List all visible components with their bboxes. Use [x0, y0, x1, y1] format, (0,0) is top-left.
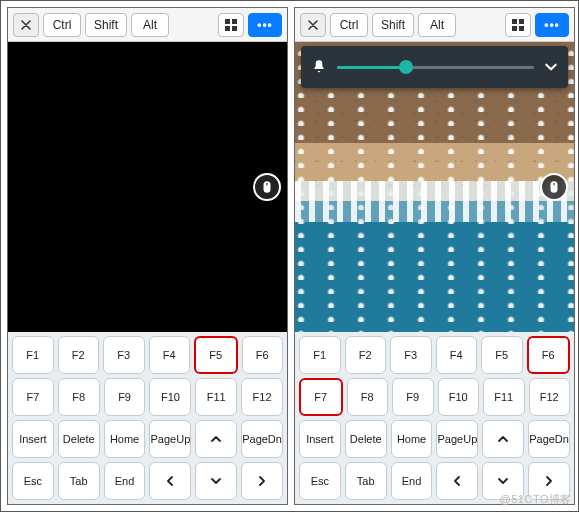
svg-rect-6 — [512, 26, 517, 31]
svg-rect-0 — [225, 19, 230, 24]
key-esc[interactable]: Esc — [299, 462, 341, 500]
svg-rect-4 — [512, 19, 517, 24]
ctrl-button[interactable]: Ctrl — [43, 13, 81, 37]
more-button[interactable]: ••• — [248, 13, 282, 37]
key-f5[interactable]: F5 — [194, 336, 238, 374]
chevron-up-icon — [210, 433, 222, 445]
windows-icon — [225, 19, 237, 31]
alt-button[interactable]: Alt — [418, 13, 456, 37]
key-up[interactable] — [195, 420, 237, 458]
windows-button[interactable] — [218, 13, 244, 37]
key-pagedn[interactable]: PageDn — [241, 420, 283, 458]
key-tab[interactable]: Tab — [345, 462, 387, 500]
svg-rect-2 — [225, 26, 230, 31]
key-f4[interactable]: F4 — [436, 336, 478, 374]
key-f6[interactable]: F6 — [242, 336, 284, 374]
mouse-mode-button[interactable] — [253, 173, 281, 201]
chevron-up-icon — [497, 433, 509, 445]
key-f5[interactable]: F5 — [481, 336, 523, 374]
key-delete[interactable]: Delete — [345, 420, 387, 458]
chevron-right-icon — [543, 475, 555, 487]
key-insert[interactable]: Insert — [12, 420, 54, 458]
windows-button[interactable] — [505, 13, 531, 37]
chevron-down-icon — [497, 475, 509, 487]
key-f7[interactable]: F7 — [12, 378, 54, 416]
key-pageup[interactable]: PageUp — [436, 420, 478, 458]
key-insert[interactable]: Insert — [299, 420, 341, 458]
key-f4[interactable]: F4 — [149, 336, 191, 374]
key-f12[interactable]: F12 — [529, 378, 571, 416]
svg-rect-3 — [232, 26, 237, 31]
key-f9[interactable]: F9 — [392, 378, 434, 416]
function-keyboard-left: F1 F2 F3 F4 F5 F6 F7 F8 F9 F10 F11 F12 I… — [8, 332, 287, 504]
chevron-left-icon — [164, 475, 176, 487]
key-right[interactable] — [528, 462, 570, 500]
key-f3[interactable]: F3 — [103, 336, 145, 374]
key-right[interactable] — [241, 462, 283, 500]
key-up[interactable] — [482, 420, 524, 458]
key-f7[interactable]: F7 — [299, 378, 343, 416]
key-home[interactable]: Home — [104, 420, 146, 458]
bell-icon — [311, 59, 327, 75]
shift-button[interactable]: Shift — [85, 13, 127, 37]
windows-icon — [512, 19, 524, 31]
pane-right: Ctrl Shift Alt ••• — [294, 7, 575, 505]
function-keyboard-right: F1 F2 F3 F4 F5 F6 F7 F8 F9 F10 F11 F12 I… — [295, 332, 574, 504]
slider-fill — [337, 66, 406, 69]
topbar-left: Ctrl Shift Alt ••• — [8, 8, 287, 42]
key-f6[interactable]: F6 — [527, 336, 571, 374]
key-down[interactable] — [482, 462, 524, 500]
mouse-icon — [547, 180, 561, 194]
shift-button[interactable]: Shift — [372, 13, 414, 37]
close-icon — [308, 20, 318, 30]
volume-panel[interactable] — [301, 46, 568, 88]
key-f8[interactable]: F8 — [347, 378, 389, 416]
key-f11[interactable]: F11 — [483, 378, 525, 416]
key-f2[interactable]: F2 — [345, 336, 387, 374]
key-delete[interactable]: Delete — [58, 420, 100, 458]
key-home[interactable]: Home — [391, 420, 433, 458]
key-pageup[interactable]: PageUp — [149, 420, 191, 458]
key-end[interactable]: End — [104, 462, 146, 500]
more-button[interactable]: ••• — [535, 13, 569, 37]
key-end[interactable]: End — [391, 462, 433, 500]
key-f1[interactable]: F1 — [12, 336, 54, 374]
key-f1[interactable]: F1 — [299, 336, 341, 374]
svg-rect-7 — [519, 26, 524, 31]
key-left[interactable] — [436, 462, 478, 500]
key-f8[interactable]: F8 — [58, 378, 100, 416]
key-f10[interactable]: F10 — [149, 378, 191, 416]
chevron-down-icon[interactable] — [544, 60, 558, 74]
remote-screen-right[interactable] — [295, 42, 574, 332]
svg-rect-1 — [232, 19, 237, 24]
key-esc[interactable]: Esc — [12, 462, 54, 500]
close-icon — [21, 20, 31, 30]
key-pagedn[interactable]: PageDn — [528, 420, 570, 458]
key-tab[interactable]: Tab — [58, 462, 100, 500]
key-f10[interactable]: F10 — [438, 378, 480, 416]
key-f11[interactable]: F11 — [195, 378, 237, 416]
alt-button[interactable]: Alt — [131, 13, 169, 37]
slider-thumb[interactable] — [399, 60, 413, 74]
key-left[interactable] — [149, 462, 191, 500]
chevron-down-icon — [210, 475, 222, 487]
key-f3[interactable]: F3 — [390, 336, 432, 374]
mouse-mode-button[interactable] — [540, 173, 568, 201]
key-f2[interactable]: F2 — [58, 336, 100, 374]
topbar-right: Ctrl Shift Alt ••• — [295, 8, 574, 42]
chevron-left-icon — [451, 475, 463, 487]
chevron-right-icon — [256, 475, 268, 487]
ctrl-button[interactable]: Ctrl — [330, 13, 368, 37]
mouse-icon — [260, 180, 274, 194]
key-f9[interactable]: F9 — [104, 378, 146, 416]
close-button[interactable] — [13, 13, 39, 37]
volume-slider[interactable] — [337, 66, 534, 69]
pane-left: Ctrl Shift Alt ••• F1 F2 F3 F4 F5 F6 — [7, 7, 288, 505]
svg-rect-5 — [519, 19, 524, 24]
key-down[interactable] — [195, 462, 237, 500]
remote-screen-left[interactable] — [8, 42, 287, 332]
close-button[interactable] — [300, 13, 326, 37]
key-f12[interactable]: F12 — [241, 378, 283, 416]
